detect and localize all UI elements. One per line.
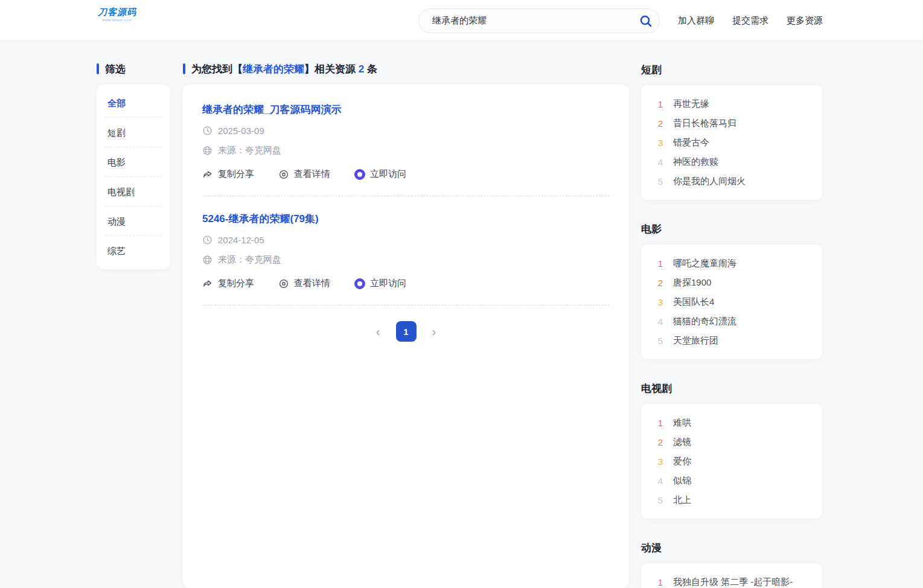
ranking-item[interactable]: 5 天堂旅行团 (656, 331, 822, 350)
result-date-row: 2025-03-09 (202, 126, 610, 136)
ranking-card: 1 再世无缘 2 昔日长枪落马归 3 错爱古今 4 神医的救赎 5 你是我的人间… (641, 85, 822, 200)
filter-item[interactable]: 全部 (97, 88, 170, 118)
result-actions: 复制分享 查看详情 立即访问 (202, 168, 610, 180)
globe-icon (202, 255, 212, 265)
rankings-column: 短剧 1 再世无缘 2 昔日长枪落马归 3 错爱古今 4 神医的救赎 5 你是我… (641, 63, 822, 588)
ranking-item[interactable]: 1 再世无缘 (656, 94, 822, 113)
ranking-number: 4 (656, 476, 665, 486)
result-item: 继承者的荣耀_刀客源码网演示 2025-03-09 来源：夸克网盘 复制分享 (202, 103, 610, 196)
ranking-number: 3 (656, 297, 665, 307)
ranking-label: 猫猫的奇幻漂流 (673, 316, 736, 327)
view-detail-label: 查看详情 (294, 278, 330, 289)
ranking-label: 我独自升级 第二季 -起于暗影- (673, 577, 793, 588)
ranking-item[interactable]: 2 昔日长枪落马归 (656, 113, 822, 133)
filter-item[interactable]: 动漫 (97, 206, 170, 236)
filter-item[interactable]: 短剧 (97, 118, 170, 147)
results-panel: 继承者的荣耀_刀客源码网演示 2025-03-09 来源：夸克网盘 复制分享 (183, 85, 629, 588)
ranking-header: 电视剧 (641, 382, 822, 394)
ranking-item[interactable]: 3 错爱古今 (656, 133, 822, 152)
ranking-number: 4 (656, 157, 665, 167)
ranking-label: 北上 (673, 494, 691, 506)
ranking-number: 5 (656, 336, 665, 346)
ranking-title: 电影 (641, 223, 662, 235)
site-logo-title: 刀客源码 (98, 7, 136, 18)
result-item: 5246-继承者的荣耀(79集) 2024-12-05 来源：夸克网盘 复制分享 (202, 212, 610, 305)
ranking-label: 滤镜 (673, 436, 691, 448)
search-button[interactable] (633, 9, 659, 33)
filter-item[interactable]: 综艺 (97, 236, 170, 266)
header: 刀客源码 www.dkswl.com 加入群聊提交需求更多资源 (0, 0, 923, 41)
ranking-item[interactable]: 4 似锦 (656, 471, 822, 490)
site-logo[interactable]: 刀客源码 www.dkswl.com (98, 7, 136, 22)
ranking-card: 1 我独自升级 第二季 -起于暗影- (641, 563, 822, 588)
ranking-number: 2 (656, 437, 665, 447)
results-title-mid: 】相关资源 (304, 63, 359, 75)
result-title-link[interactable]: 5246-继承者的荣耀(79集) (202, 212, 319, 226)
search-input[interactable] (419, 16, 633, 26)
result-date: 2025-03-09 (218, 126, 264, 136)
detail-icon (278, 169, 289, 180)
visit-now-label: 立即访问 (370, 278, 406, 289)
ranking-item[interactable]: 3 美国队长4 (656, 292, 822, 312)
ranking-number: 5 (656, 495, 665, 505)
ranking-item[interactable]: 1 我独自升级 第二季 -起于暗影- (656, 572, 822, 588)
copy-share-button[interactable]: 复制分享 (202, 168, 254, 180)
view-detail-button[interactable]: 查看详情 (278, 278, 330, 289)
site-logo-url: www.dkswl.com (98, 18, 136, 22)
result-source-row: 来源：夸克网盘 (202, 254, 610, 266)
nav-link[interactable]: 更多资源 (787, 15, 823, 27)
pagination-prev-icon[interactable]: ‹ (376, 325, 380, 337)
filter-item[interactable]: 电影 (97, 147, 170, 177)
results-header: 为您找到【继承者的荣耀】相关资源 2 条 (183, 63, 629, 75)
ranking-label: 天堂旅行团 (673, 335, 718, 347)
accent-bar (97, 63, 99, 74)
ranking-label: 难哄 (673, 417, 691, 429)
visit-now-button[interactable]: 立即访问 (354, 278, 406, 289)
filter-item[interactable]: 电视剧 (97, 177, 170, 206)
pagination-next-icon[interactable]: › (432, 325, 436, 337)
filter-column: 筛选 全部短剧电影电视剧动漫综艺 (97, 63, 170, 588)
view-detail-button[interactable]: 查看详情 (278, 168, 330, 180)
ranking-item[interactable]: 1 难哄 (656, 413, 822, 432)
search-icon (639, 14, 653, 28)
result-list: 继承者的荣耀_刀客源码网演示 2025-03-09 来源：夸克网盘 复制分享 (202, 103, 610, 305)
ranking-section: 电视剧 1 难哄 2 滤镜 3 爱你 4 似锦 5 北上 (641, 382, 822, 519)
result-source: 来源：夸克网盘 (218, 145, 281, 156)
nav-link[interactable]: 提交需求 (732, 15, 768, 27)
ranking-label: 爱你 (673, 456, 691, 467)
ranking-item[interactable]: 5 北上 (656, 490, 822, 510)
ranking-item[interactable]: 4 神医的救赎 (656, 152, 822, 171)
detail-icon (278, 278, 289, 289)
results-title: 为您找到【继承者的荣耀】相关资源 2 条 (191, 62, 377, 76)
ranking-item[interactable]: 1 哪吒之魔童闹海 (656, 254, 822, 273)
filter-title: 筛选 (105, 62, 126, 76)
ranking-item[interactable]: 5 你是我的人间烟火 (656, 171, 822, 191)
ranking-label: 昔日长枪落马归 (673, 118, 736, 129)
results-keyword: 继承者的荣耀 (243, 63, 304, 75)
result-source: 来源：夸克网盘 (218, 254, 281, 266)
clock-icon (202, 126, 212, 136)
ranking-header: 动漫 (641, 541, 822, 553)
header-nav: 加入群聊提交需求更多资源 (678, 0, 823, 41)
nav-link[interactable]: 加入群聊 (678, 15, 714, 27)
ranking-header: 短剧 (641, 63, 822, 75)
ranking-number: 1 (656, 418, 665, 428)
view-detail-label: 查看详情 (294, 168, 330, 180)
ranking-item[interactable]: 4 猫猫的奇幻漂流 (656, 312, 822, 331)
result-title-link[interactable]: 继承者的荣耀_刀客源码网演示 (202, 103, 341, 117)
copy-share-button[interactable]: 复制分享 (202, 278, 254, 289)
visit-now-button[interactable]: 立即访问 (354, 168, 406, 180)
globe-icon (202, 145, 212, 156)
ranking-label: 似锦 (673, 475, 691, 487)
copy-share-label: 复制分享 (218, 168, 254, 180)
ranking-item[interactable]: 3 爱你 (656, 452, 822, 471)
accent-bar (183, 63, 185, 74)
ranking-label: 美国队长4 (673, 296, 714, 308)
pagination-page-1[interactable]: 1 (396, 321, 417, 342)
ranking-item[interactable]: 2 唐探1900 (656, 273, 822, 292)
ranking-section: 电影 1 哪吒之魔童闹海 2 唐探1900 3 美国队长4 4 猫猫的奇幻漂流 … (641, 222, 822, 359)
visit-now-label: 立即访问 (370, 168, 406, 180)
ranking-number: 1 (656, 99, 665, 109)
ranking-item[interactable]: 2 滤镜 (656, 432, 822, 452)
result-date-row: 2024-12-05 (202, 235, 610, 245)
